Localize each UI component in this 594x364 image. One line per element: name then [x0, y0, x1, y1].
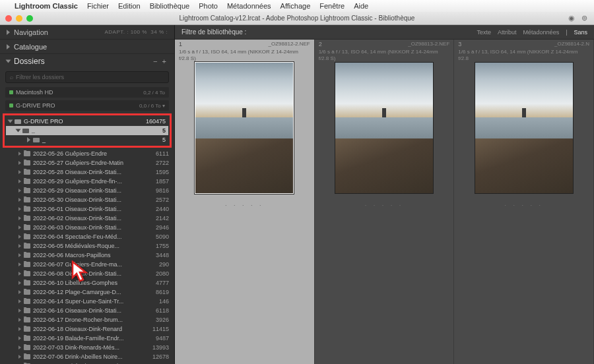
- folder-icon: [24, 169, 30, 175]
- folder-count: 6111: [156, 150, 169, 157]
- folder-item[interactable]: 2022-06-06 Macros-Papillons3448: [0, 251, 174, 260]
- folder-item[interactable]: 2022-07-07 Drink-Pic Vert-Rossi...22903: [0, 361, 174, 364]
- folder-item[interactable]: 2022-06-05 Médiévales-Roque...1755: [0, 241, 174, 251]
- chevron-down-icon: [8, 120, 13, 123]
- folder-item[interactable]: 2022-07-06 Drink-Abeilles Noire...12678: [0, 352, 174, 361]
- chevron-right-icon: [18, 355, 21, 359]
- cc-icon[interactable]: ⊚: [581, 14, 587, 22]
- menu-app[interactable]: Lightroom Classic: [15, 2, 78, 10]
- close-icon[interactable]: [5, 15, 12, 22]
- folder-count: 9816: [156, 187, 169, 194]
- folder-count: 3926: [156, 317, 169, 323]
- catalogue-panel-header[interactable]: Catalogue: [0, 40, 174, 54]
- folder-selected[interactable]: _ 5: [6, 126, 168, 135]
- thumb-header: 2_OZ98813-2.NEF1/6 s à f / 13, ISO 64, 1…: [315, 40, 454, 58]
- thumb-filename: _OZ98813-2.NEF: [408, 41, 449, 49]
- chevron-right-icon: [18, 189, 21, 193]
- menu-metadata[interactable]: Métadonnées: [227, 2, 271, 10]
- thumb-image[interactable]: [195, 62, 294, 194]
- rating-dots[interactable]: . . . . .: [454, 198, 593, 210]
- menu-library[interactable]: Bibliothèque: [150, 2, 190, 10]
- menu-file[interactable]: Fichier: [87, 2, 109, 10]
- folder-count: 2142: [156, 215, 169, 222]
- chevron-right-icon: [18, 198, 21, 202]
- folder-name: 2022-05-26 Guêpiers-Endre: [33, 150, 107, 157]
- folder-count: 11415: [152, 326, 169, 332]
- thumbnail-cell[interactable]: 2_OZ98813-2.NEF1/6 s à f / 13, ISO 64, 1…: [315, 40, 455, 364]
- folder-item[interactable]: 2022-06-16 Oiseaux-Drink-Stati...6118: [0, 306, 174, 315]
- folder-item[interactable]: 2022-06-07 Guêpiers-Endre-ma...290: [0, 260, 174, 269]
- chevron-right-icon: [18, 216, 21, 220]
- folder-icon: [24, 151, 30, 156]
- thumb-filename: _OZ98812-2.NEF: [269, 41, 310, 49]
- volume-gdrive[interactable]: G-DRIVE PRO 0,0 / 6 To ▾: [5, 100, 169, 111]
- thumbnail-cell[interactable]: 1_OZ98812-2.NEF1/6 s à f / 13, ISO 64, 1…: [175, 40, 315, 364]
- menu-help[interactable]: Aide: [354, 2, 368, 10]
- filter-tab-text[interactable]: Texte: [477, 29, 492, 36]
- folder-item[interactable]: 2022-05-27 Guêpiers-Endre-Matin2722: [0, 158, 174, 167]
- thumb-image[interactable]: [475, 62, 574, 194]
- folder-sub[interactable]: _ 5: [6, 135, 168, 144]
- menu-window[interactable]: Fenêtre: [319, 2, 345, 10]
- folder-icon: [22, 129, 29, 133]
- filter-tab-metadata[interactable]: Métadonnées: [523, 29, 560, 36]
- menu-photo[interactable]: Photo: [199, 2, 218, 10]
- folder-name: 2022-06-06 Macros-Papillons: [33, 252, 111, 258]
- folder-item[interactable]: 2022-06-19 Balade-Famille-Endr...9487: [0, 334, 174, 343]
- folder-icon: [24, 188, 30, 193]
- folder-item[interactable]: 2022-06-17 Drone-Rocher-brum...3926: [0, 315, 174, 324]
- minimize-icon[interactable]: [16, 15, 22, 22]
- menu-edit[interactable]: Edition: [118, 2, 141, 10]
- plus-icon[interactable]: +: [162, 57, 168, 65]
- folder-item[interactable]: 2022-06-12 Plage-Camargue-D...8619: [0, 288, 174, 297]
- folder-count: 146: [159, 298, 169, 305]
- folder-item[interactable]: 2022-05-29 Guêpiers-Endre-fin-...1857: [0, 177, 174, 186]
- folder-item[interactable]: 2022-06-10 Libellules-Gomphes4777: [0, 278, 174, 288]
- folder-icon: [24, 179, 30, 184]
- folder-search-input[interactable]: ⌕ Filtrer les dossiers: [5, 71, 169, 83]
- folder-name: 2022-06-08 Oiseaux-Drink-Stati...: [33, 270, 121, 277]
- folder-item[interactable]: 2022-06-08 Oiseaux-Drink-Stati...2080: [0, 269, 174, 278]
- folder-item[interactable]: 2022-06-18 Oiseaux-Dink-Renard11415: [0, 324, 174, 334]
- traffic-lights: [0, 15, 33, 22]
- folder-item[interactable]: 2022-07-03 Dink-Renards-Més...13993: [0, 343, 174, 352]
- drive-status-icon: [9, 104, 13, 107]
- maximize-icon[interactable]: [26, 15, 33, 22]
- folder-item[interactable]: 2022-06-14 Super-Lune-Saint-Tr...146: [0, 297, 174, 306]
- cloud-icon[interactable]: ◉: [568, 14, 575, 22]
- left-panel: Navigation ADAPT. : 100 % 34 % : Catalog…: [0, 25, 175, 364]
- thumbnail-grid: 1_OZ98812-2.NEF1/6 s à f / 13, ISO 64, 1…: [175, 40, 594, 364]
- menu-view[interactable]: Affichage: [280, 2, 311, 10]
- chevron-right-icon: [27, 137, 30, 142]
- chevron-right-icon: [18, 318, 21, 322]
- minus-icon[interactable]: −: [153, 57, 158, 65]
- folder-item[interactable]: 2022-06-01 Oiseaux-Drink-Stati...2440: [0, 204, 174, 214]
- navigation-panel-header[interactable]: Navigation ADAPT. : 100 % 34 % :: [0, 25, 174, 40]
- rating-dots[interactable]: . . . . .: [175, 198, 314, 210]
- volume-macintosh[interactable]: Macintosh HD 0,2 / 4 To: [5, 87, 169, 98]
- thumb-image[interactable]: [335, 62, 434, 194]
- rating-dots[interactable]: . . . . .: [315, 198, 454, 210]
- folder-name: 2022-05-29 Guêpiers-Endre-fin-...: [33, 178, 122, 185]
- folder-name: 2022-06-10 Libellules-Gomphes: [33, 280, 117, 286]
- folder-name: 2022-06-03 Oiseaux-Drink-Stati...: [33, 224, 121, 231]
- filter-label: Filtre de bibliothèque :: [182, 28, 246, 36]
- folder-icon: [24, 299, 30, 304]
- folder-item[interactable]: 2022-05-26 Guêpiers-Endre6111: [0, 149, 174, 158]
- folder-item[interactable]: 2022-05-30 Oiseaux-Drink-Stati...2572: [0, 195, 174, 204]
- folder-item[interactable]: 2022-05-28 Oiseaux-Drink-Stati...1595: [0, 167, 174, 177]
- folder-item[interactable]: 2022-06-02 Oiseaux-Drink-Stati...2142: [0, 214, 174, 223]
- window-titlebar: Lightroom Catalog-v12.lrcat - Adobe Phot…: [0, 12, 594, 25]
- folder-name: 2022-05-29 Oiseaux-Drink-Stati...: [33, 187, 121, 194]
- folder-root-gdrive[interactable]: G-DRIVE PRO 160475: [6, 117, 168, 126]
- folder-item[interactable]: 2022-06-04 Spectacle-Feu-Méd...5090: [0, 232, 174, 241]
- chevron-right-icon: [18, 226, 21, 229]
- thumb-header: 1_OZ98812-2.NEF1/6 s à f / 13, ISO 64, 1…: [175, 40, 314, 58]
- dossiers-panel-header[interactable]: Dossiers − +: [0, 54, 174, 69]
- folder-item[interactable]: 2022-06-03 Oiseaux-Drink-Stati...2946: [0, 223, 174, 232]
- thumbnail-cell[interactable]: 3_OZ98814-2.N1/6 s à f / 13, ISO 64, 14 …: [454, 40, 594, 364]
- folder-item[interactable]: 2022-05-29 Oiseaux-Drink-Stati...9816: [0, 186, 174, 195]
- folder-name: 2022-06-16 Oiseaux-Drink-Stati...: [33, 307, 121, 314]
- filter-tab-attribute[interactable]: Attribut: [498, 29, 517, 36]
- filter-tab-none[interactable]: Sans: [574, 29, 587, 36]
